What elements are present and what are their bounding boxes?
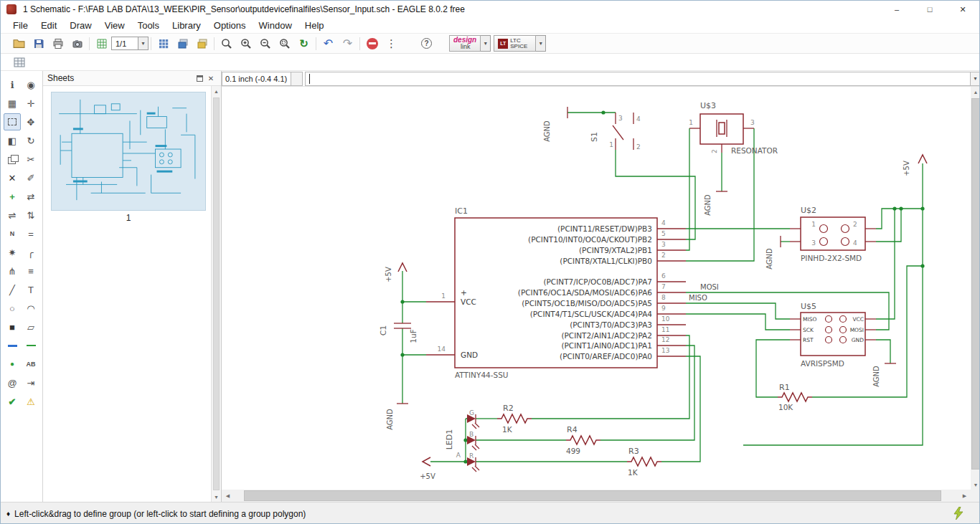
- vertical-scrollbar-thumb[interactable]: [971, 98, 980, 470]
- layer-settings-button[interactable]: [173, 35, 192, 52]
- menu-library[interactable]: Library: [166, 20, 207, 31]
- grid-button[interactable]: [92, 35, 111, 52]
- tool-value-button[interactable]: =: [22, 225, 39, 242]
- sheet-combo-arrow[interactable]: ▾: [138, 37, 149, 50]
- redo-button[interactable]: ↷: [338, 35, 357, 52]
- tool-text-button[interactable]: T: [22, 281, 39, 298]
- tool-rotate-button[interactable]: ↻: [22, 132, 39, 149]
- led1-component[interactable]: LED1 G B R A: [445, 409, 479, 472]
- zoom-fit-button[interactable]: [217, 35, 236, 52]
- panel-float-button[interactable]: [194, 72, 205, 84]
- tool-copy-button[interactable]: [4, 151, 21, 168]
- tool-group-button[interactable]: [4, 113, 21, 130]
- menu-tools[interactable]: Tools: [131, 20, 166, 31]
- tool-attribute-button[interactable]: @: [4, 374, 21, 391]
- ltc-spice-button[interactable]: LT LTC SPICE: [494, 35, 536, 52]
- open-button[interactable]: [9, 35, 29, 52]
- tool-name-button[interactable]: N: [4, 225, 21, 242]
- tool-label-button[interactable]: AB: [22, 356, 39, 373]
- close-button[interactable]: ✕: [946, 1, 979, 18]
- u5-isp-component[interactable]: U$5 AVRISPSMD MISO SCK RST VCC MOSI GND: [790, 302, 876, 368]
- resistor-r3[interactable]: R3 1K: [627, 447, 661, 477]
- switch-s1-component[interactable]: S1 3 4 1 2: [590, 113, 641, 151]
- design-link-dropdown[interactable]: ▾: [481, 35, 491, 52]
- tool-info-button[interactable]: ℹ: [4, 76, 21, 93]
- panel-close-button[interactable]: ✕: [205, 72, 217, 84]
- ltc-spice-dropdown[interactable]: ▾: [536, 35, 546, 52]
- scroll-down-icon[interactable]: ▼: [971, 480, 980, 490]
- undo-button[interactable]: ↶: [319, 35, 338, 52]
- tool-dimension-button[interactable]: ⇥: [22, 374, 39, 391]
- tool-cut-button[interactable]: ✂: [22, 151, 39, 168]
- library-manager-button[interactable]: [154, 35, 173, 52]
- save-button[interactable]: [29, 35, 48, 52]
- tool-move-button[interactable]: ✥: [22, 113, 39, 130]
- menu-edit[interactable]: Edit: [34, 20, 63, 31]
- print-button[interactable]: [48, 35, 67, 52]
- schematic-canvas[interactable]: IC1 ATTINY44-SSU 1 14 + VCC GND 4 (PCINT…: [222, 87, 971, 490]
- scroll-left-icon[interactable]: ◀: [222, 490, 234, 502]
- net-label-mosi[interactable]: MOSI: [700, 283, 719, 291]
- menu-file[interactable]: File: [6, 20, 34, 31]
- tool-smash-button[interactable]: ✷: [4, 244, 21, 261]
- sheets-scrollbar[interactable]: ▲ ▼: [211, 86, 221, 502]
- command-options-button[interactable]: [291, 72, 303, 86]
- cam-button[interactable]: [67, 35, 87, 52]
- scroll-right-icon[interactable]: ▶: [958, 490, 971, 502]
- menu-draw[interactable]: Draw: [63, 20, 98, 31]
- grid-settings-button[interactable]: [9, 54, 29, 71]
- tool-errors-button[interactable]: ⚠: [22, 393, 39, 410]
- tool-display-button[interactable]: ▦: [4, 95, 21, 112]
- tool-mark-button[interactable]: ✛: [22, 95, 39, 112]
- command-history-dropdown[interactable]: ▾: [971, 72, 980, 86]
- horizontal-scrollbar[interactable]: ◀ ▶: [222, 490, 971, 502]
- resistor-r2[interactable]: R2 1K: [497, 404, 532, 434]
- capacitor-c1[interactable]: C1 1uF: [379, 323, 418, 343]
- minimize-button[interactable]: –: [880, 1, 913, 18]
- sheets-scrollbar-thumb[interactable]: [213, 97, 220, 490]
- menu-options[interactable]: Options: [207, 20, 253, 31]
- tool-change-button[interactable]: ✐: [22, 169, 39, 186]
- tool-pinswap-button[interactable]: ⇄: [22, 188, 39, 205]
- tool-bus-button[interactable]: [4, 337, 21, 354]
- tool-circle-button[interactable]: ○: [4, 300, 21, 317]
- menu-help[interactable]: Help: [298, 20, 331, 31]
- tool-gateswap-button[interactable]: ⇅: [22, 206, 39, 224]
- tool-invoke-button[interactable]: ≡: [22, 262, 39, 280]
- scroll-up-icon[interactable]: ▲: [971, 87, 980, 97]
- tool-erc-button[interactable]: ✔: [4, 393, 21, 410]
- help-button[interactable]: ?: [417, 35, 436, 52]
- horizontal-scrollbar-thumb[interactable]: [244, 490, 941, 501]
- command-input[interactable]: [305, 72, 971, 86]
- tool-mirror-button[interactable]: ◧: [4, 132, 21, 149]
- tool-add-button[interactable]: +: [4, 188, 21, 205]
- sheet-thumbnail[interactable]: [51, 92, 206, 211]
- zoom-in-button[interactable]: [236, 35, 255, 52]
- resistor-r1[interactable]: R1 10K: [778, 383, 812, 411]
- toolbar-overflow-button[interactable]: ⋮: [382, 35, 401, 52]
- design-link-button[interactable]: design link: [449, 35, 481, 52]
- zoom-out-button[interactable]: [255, 35, 275, 52]
- tool-split-button[interactable]: ⋔: [4, 262, 21, 280]
- tool-miter-button[interactable]: ╭: [22, 244, 39, 261]
- resistor-r4[interactable]: R4 499: [566, 425, 600, 455]
- ic1-component[interactable]: IC1 ATTINY44-SSU 1 14 + VCC GND 4 (PCINT…: [426, 206, 686, 379]
- u2-header-component[interactable]: U$2 PINHD-2X2-SMD 1 2 3 4: [790, 206, 876, 262]
- menu-window[interactable]: Window: [253, 20, 298, 31]
- vertical-scrollbar[interactable]: ▲ ▼: [971, 87, 980, 490]
- display-options-button[interactable]: [192, 35, 212, 52]
- maximize-button[interactable]: □: [913, 1, 946, 18]
- resonator-component[interactable]: U$3 RESONATOR 1 3 2: [689, 101, 778, 155]
- tool-arc-button[interactable]: ◠: [22, 300, 39, 317]
- tool-polygon-button[interactable]: ▱: [22, 318, 39, 335]
- tool-show-button[interactable]: ◉: [22, 76, 39, 93]
- zoom-redraw-button[interactable]: ↻: [294, 35, 314, 52]
- tool-net-button[interactable]: [22, 337, 39, 354]
- tool-delete-button[interactable]: ✕: [4, 169, 21, 186]
- sheet-number-label[interactable]: 1: [51, 213, 206, 223]
- scroll-up-icon[interactable]: ▲: [214, 86, 219, 96]
- sheet-combo[interactable]: 1/1: [111, 37, 138, 50]
- net-label-miso[interactable]: MISO: [689, 294, 707, 302]
- tool-junction-button[interactable]: ●: [4, 356, 21, 373]
- stop-button[interactable]: [362, 35, 382, 52]
